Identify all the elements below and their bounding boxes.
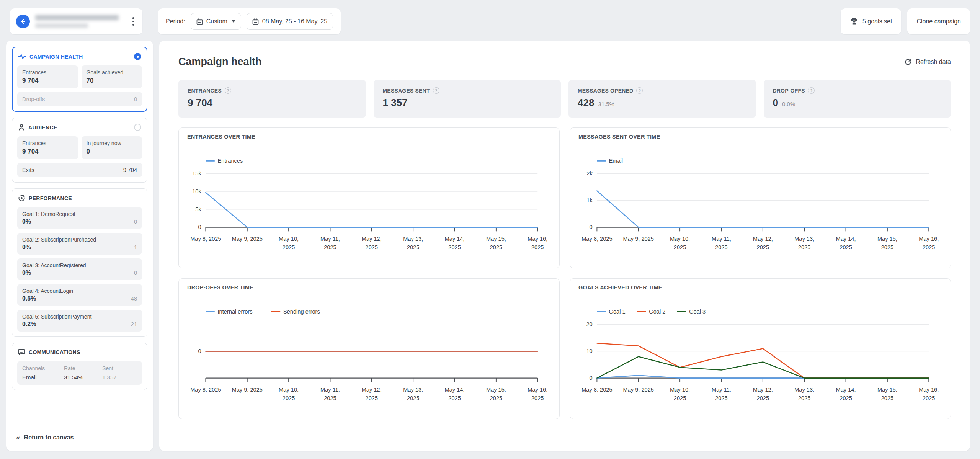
goal-tile: Goal 4: AccountLogin 0.5% 48 [17,284,142,306]
svg-text:10: 10 [586,348,592,354]
target-icon [18,194,25,202]
svg-text:0: 0 [198,224,201,230]
svg-text:May 13,: May 13, [794,236,814,242]
goal-tile: Goal 5: SubscriptionPayment 0.2% 21 [17,310,142,332]
person-icon [18,124,25,131]
svg-text:★: ★ [853,18,855,21]
svg-text:May 14,: May 14, [445,236,465,242]
svg-text:2025: 2025 [531,395,544,401]
campaign-health-radio[interactable] [134,53,141,60]
row-label: Drop-offs [22,96,45,102]
svg-text:May 10,: May 10, [279,236,299,242]
dropoffs-row: Drop-offs 0 [17,92,142,106]
chart-messages-sent-over-time: MESSAGES SENT OVER TIME Email01k2kMay 8,… [570,127,951,268]
return-to-canvas-button[interactable]: « Return to canvas [6,425,153,451]
header-actions: ★ 5 goals set Clone campaign [841,8,970,34]
stat-value: 428 [578,97,594,109]
svg-text:May 14,: May 14, [445,387,465,393]
calendar-icon [196,18,203,25]
goal-rate: 0% [22,270,31,276]
row-value: 0 [134,96,137,102]
goal-rate: 0% [22,244,31,251]
svg-text:2025: 2025 [283,395,295,401]
stat-value: 1 357 [383,97,408,109]
chart-title: ENTRANCES OVER TIME [187,134,255,140]
goal-name: Goal 2: SubscriptionPurchased [22,237,137,243]
period-type-dropdown[interactable]: Custom [191,13,241,30]
svg-text:2025: 2025 [324,395,336,401]
svg-text:2025: 2025 [798,395,811,401]
date-range-picker[interactable]: 08 May, 25 - 16 May, 25 [247,13,333,30]
stat-tile: Entrances 9 704 [17,136,78,159]
sidebar: CAMPAIGN HEALTH Entrances 9 704 Goals ac… [6,41,153,451]
column-header: Rate [64,365,102,371]
help-icon[interactable]: ? [808,87,815,94]
svg-text:Goal 2: Goal 2 [649,309,665,315]
svg-text:May 14,: May 14, [836,236,856,242]
svg-text:2025: 2025 [674,244,686,250]
svg-text:May 12,: May 12, [753,236,773,242]
section-title: COMMUNICATIONS [29,349,141,355]
stat-value: 0 [773,97,778,109]
help-icon[interactable]: ? [433,87,439,94]
svg-text:Entrances: Entrances [218,158,243,164]
kebab-dot [132,21,134,23]
svg-text:2025: 2025 [923,395,935,401]
svg-text:Internal errors: Internal errors [218,309,253,315]
section-title: PERFORMANCE [29,195,141,201]
goal-count: 48 [131,296,137,302]
goals-set-button[interactable]: ★ 5 goals set [841,8,901,34]
goal-tile: Goal 1: DemoRequest 0% 0 [17,207,142,229]
svg-text:May 16,: May 16, [528,387,547,393]
refresh-data-button[interactable]: Refresh data [904,58,951,66]
svg-text:May 11,: May 11, [320,236,340,242]
chart-entrances-over-time: ENTRANCES OVER TIME Entrances05k10k15kMa… [178,127,560,268]
tile-label: Entrances [22,140,73,146]
period-bar: Period: Custom 08 May, 25 - 16 May, 25 [158,8,341,34]
goal-count: 21 [131,321,137,327]
chart-title: GOALS ACHIEVED OVER TIME [578,284,662,291]
sidebar-section-campaign-health[interactable]: CAMPAIGN HEALTH Entrances 9 704 Goals ac… [12,47,147,112]
goal-count: 0 [134,270,137,276]
row-value: 9 704 [123,167,137,173]
goal-rate: 0.2% [22,321,36,328]
blurred-subtitle-line [35,23,88,28]
svg-text:2025: 2025 [448,395,461,401]
help-icon[interactable]: ? [636,87,643,94]
audience-radio[interactable] [134,124,141,131]
line-chart: Goal 1Goal 2Goal 301020May 8, 2025May 9,… [570,296,951,419]
svg-text:2025: 2025 [881,244,894,250]
more-options-button[interactable] [130,15,137,28]
svg-text:2025: 2025 [798,244,811,250]
stat-label: MESSAGES SENT [383,88,430,94]
svg-text:20: 20 [586,321,592,327]
sent-value: 1 357 [102,374,137,381]
goal-rate: 0.5% [22,295,36,302]
stat-card-entrances: ENTRANCES ? 9 704 [178,80,366,118]
section-title: CAMPAIGN HEALTH [29,54,131,60]
column-header: Sent [102,365,137,371]
calendar-icon [252,18,259,25]
period-type-value: Custom [206,18,227,25]
section-title: AUDIENCE [28,124,131,131]
svg-text:2025: 2025 [757,244,769,250]
svg-text:May 11,: May 11, [712,236,731,242]
back-button[interactable] [16,15,30,28]
help-icon[interactable]: ? [225,87,231,94]
svg-text:May 15,: May 15, [877,387,897,393]
sidebar-section-audience[interactable]: AUDIENCE Entrances 9 704 In journey now … [12,118,147,183]
clone-campaign-button[interactable]: Clone campaign [907,8,970,34]
line-chart: Email01k2kMay 8, 2025May 9, 2025May 10,2… [570,145,951,268]
svg-text:May 10,: May 10, [279,387,299,393]
stat-tile: Goals achieved 70 [82,65,142,88]
tile-label: In journey now [87,140,137,146]
svg-text:May 10,: May 10, [670,387,690,393]
svg-text:2025: 2025 [840,395,852,401]
svg-text:2025: 2025 [366,244,378,250]
kebab-dot [132,17,134,19]
svg-text:May 9, 2025: May 9, 2025 [232,236,263,242]
svg-text:May 12,: May 12, [362,387,382,393]
svg-text:Email: Email [609,158,623,164]
svg-text:2025: 2025 [448,244,461,250]
pulse-icon [18,54,26,60]
